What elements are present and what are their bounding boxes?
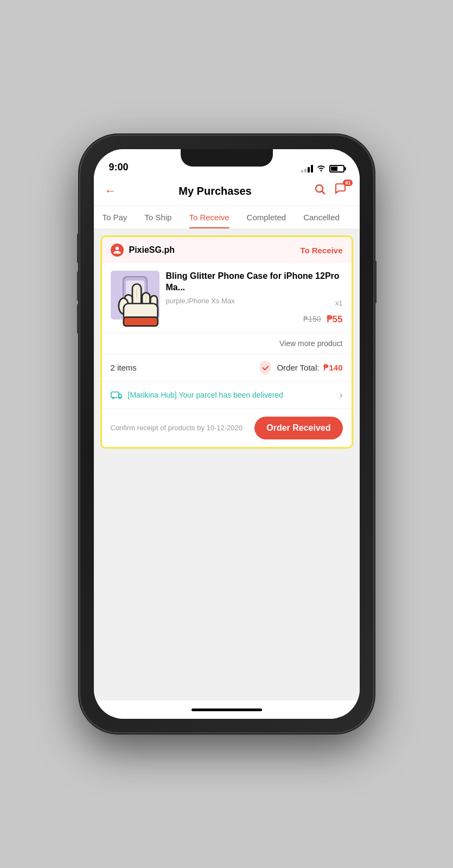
delivery-message: [Marikina Hub] Your parcel has been deli… — [128, 391, 283, 399]
view-more-text[interactable]: View more product — [279, 339, 342, 348]
price-row: ₱150 ₱55 — [166, 314, 343, 325]
items-count: 2 items — [111, 363, 137, 372]
home-bar — [192, 709, 262, 711]
order-card-highlighted: PixieSG.ph To Receive — [100, 235, 353, 449]
seller-name: PixieSG.ph — [129, 245, 175, 255]
cursor-hand — [113, 282, 162, 333]
notch — [181, 149, 273, 167]
product-details: Bling Glitter Phone Case for iPhone 12Pr… — [166, 271, 343, 325]
home-indicator — [94, 700, 360, 719]
content-area: PixieSG.ph To Receive — [94, 229, 360, 700]
signal-icon — [301, 165, 313, 173]
phone-frame: 9:00 ← My P — [80, 136, 373, 732]
total-right: Order Total: ₱140 — [258, 361, 342, 375]
wifi-icon — [316, 164, 326, 173]
seller-header: PixieSG.ph To Receive — [102, 237, 352, 263]
delivery-status-row[interactable]: [Marikina Hub] Your parcel has been deli… — [102, 381, 352, 409]
tab-completed[interactable]: Completed — [238, 206, 295, 228]
order-card: PixieSG.ph To Receive — [102, 237, 352, 447]
tab-to-receive[interactable]: To Receive — [180, 206, 238, 228]
page-title: My Purchases — [178, 185, 252, 197]
svg-point-22 — [119, 397, 121, 399]
app-header: ← My Purchases 81 — [94, 176, 360, 206]
svg-point-21 — [112, 397, 114, 399]
search-icon[interactable] — [314, 183, 327, 199]
status-icons — [301, 164, 344, 173]
bottom-action-row: Confirm receipt of products by 10-12-202… — [102, 409, 352, 447]
chat-badge: 81 — [343, 180, 353, 186]
product-name: Bling Glitter Phone Case for iPhone 12Pr… — [166, 271, 343, 293]
order-received-button[interactable]: Order Received — [254, 417, 342, 439]
svg-rect-17 — [123, 317, 157, 326]
tab-to-pay[interactable]: To Pay — [94, 206, 136, 228]
seller-info: PixieSG.ph — [111, 244, 175, 257]
status-time: 9:00 — [109, 162, 129, 173]
header-actions: 81 — [314, 183, 348, 199]
confirm-receipt-text: Confirm receipt of products by 10-12-202… — [111, 424, 243, 432]
chat-button[interactable]: 81 — [334, 183, 348, 199]
seller-avatar-icon — [111, 244, 124, 257]
delivery-arrow-icon: › — [340, 390, 343, 401]
product-section: Bling Glitter Phone Case for iPhone 12Pr… — [102, 263, 352, 333]
product-quantity: x1 — [335, 299, 343, 307]
product-variant: purple,iPhone Xs Max — [166, 297, 235, 305]
price-original: ₱150 — [303, 315, 321, 323]
delivery-left: [Marikina Hub] Your parcel has been deli… — [111, 390, 283, 400]
phone-screen: 9:00 ← My P — [94, 149, 360, 719]
order-total-label: Order Total: — [277, 363, 319, 372]
svg-rect-20 — [111, 392, 118, 398]
tabs-container: To Pay To Ship To Receive Completed Canc… — [94, 206, 360, 229]
tab-to-ship[interactable]: To Ship — [136, 206, 180, 228]
view-more-section: View more product — [102, 333, 352, 354]
order-total-amount: ₱140 — [323, 363, 342, 373]
tab-cancelled[interactable]: Cancelled — [295, 206, 348, 228]
order-total-row: 2 items Order Total: ₱140 — [102, 354, 352, 381]
battery-icon — [329, 165, 344, 173]
order-status: To Receive — [300, 246, 342, 255]
price-sale: ₱55 — [327, 314, 343, 325]
back-button[interactable]: ← — [105, 184, 117, 198]
